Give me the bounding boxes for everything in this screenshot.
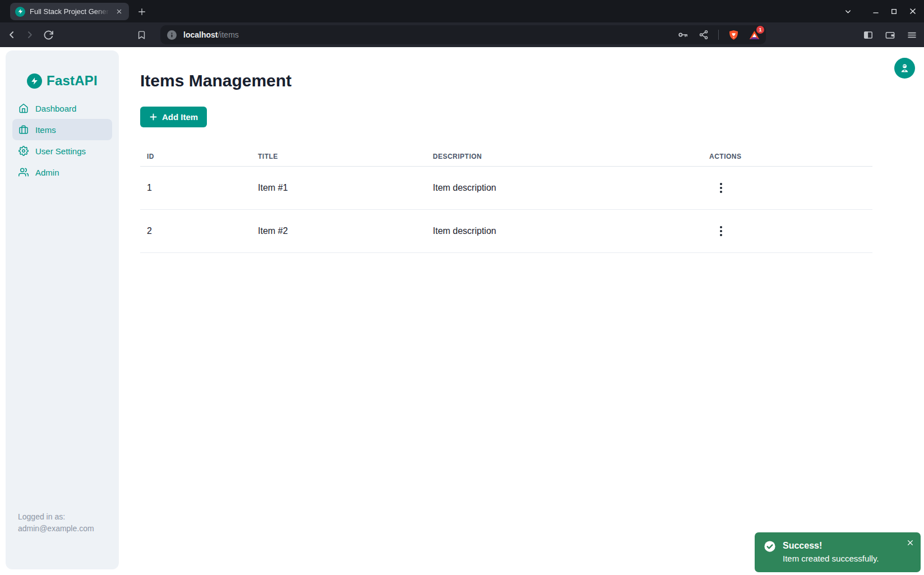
url-text: localhost/items (183, 30, 239, 39)
tab-close-icon[interactable] (114, 7, 124, 17)
column-header-actions: ACTIONS (703, 148, 872, 167)
brand-name: FastAPI (47, 73, 98, 89)
cell-description: Item description (426, 167, 703, 210)
new-tab-button[interactable] (135, 5, 149, 19)
home-icon (19, 103, 29, 113)
cell-id: 2 (140, 210, 251, 253)
sidebar-item-dashboard[interactable]: Dashboard (12, 98, 112, 119)
sidebar-item-label: Admin (35, 168, 59, 177)
back-icon[interactable] (5, 28, 19, 42)
items-table-head: ID TITLE DESCRIPTION ACTIONS (140, 148, 872, 167)
success-toast: Success! Item created successfully. (755, 532, 921, 572)
column-header-title: TITLE (251, 148, 426, 167)
page-title: Items Management (140, 72, 872, 90)
items-table: ID TITLE DESCRIPTION ACTIONS 1 Item #1 I… (140, 148, 872, 253)
add-item-label: Add Item (162, 112, 198, 122)
toolbar-divider (718, 30, 719, 40)
items-content: Items Management Add Item ID TITLE DESCR… (140, 47, 872, 253)
menu-hamburger-icon[interactable] (905, 28, 918, 42)
table-row: 2 Item #2 Item description (140, 210, 872, 253)
app-page: FastAPI Dashboard Items User Settings Ad… (0, 47, 924, 575)
row-actions-kebab-icon[interactable] (714, 181, 728, 195)
add-item-button[interactable]: Add Item (140, 107, 207, 127)
sidebar-item-admin[interactable]: Admin (12, 162, 112, 183)
column-header-id: ID (140, 148, 251, 167)
logged-in-label: Logged in as: (18, 511, 94, 523)
url-host: localhost (183, 30, 218, 39)
column-header-description: DESCRIPTION (426, 148, 703, 167)
browser-tab-bar: Full Stack Project Genera (0, 0, 924, 22)
forward-icon[interactable] (23, 28, 36, 42)
gear-icon (19, 146, 29, 156)
cell-title: Item #1 (251, 167, 426, 210)
fastapi-favicon-lightning-icon (15, 7, 25, 17)
fastapi-logo: FastAPI (6, 73, 119, 89)
row-actions-kebab-icon[interactable] (714, 224, 728, 238)
cell-description: Item description (426, 210, 703, 253)
cell-actions (703, 167, 872, 210)
sidebar-nav: Dashboard Items User Settings Admin (12, 98, 112, 183)
browser-toolbar: localhost/items 1 (0, 22, 924, 47)
items-table-body: 1 Item #1 Item description 2 Item #2 Ite… (140, 167, 872, 253)
cell-title: Item #2 (251, 210, 426, 253)
sidebar-item-label: Items (35, 125, 56, 135)
browser-tab[interactable]: Full Stack Project Genera (10, 3, 129, 20)
plus-icon (149, 113, 158, 121)
bookmark-icon[interactable] (135, 28, 148, 42)
sidebar-item-label: User Settings (35, 146, 86, 156)
rewards-badge: 1 (756, 26, 764, 34)
window-controls (839, 0, 922, 22)
toast-text: Success! Item created successfully. (783, 540, 879, 565)
sidebar-item-label: Dashboard (35, 104, 76, 113)
wallet-icon[interactable] (883, 28, 897, 42)
site-info-icon[interactable] (167, 30, 177, 40)
sidebar-item-user-settings[interactable]: User Settings (12, 140, 112, 162)
user-astronaut-icon (899, 62, 911, 74)
brave-shield-icon[interactable] (727, 29, 740, 41)
reload-icon[interactable] (41, 28, 55, 42)
toast-close-icon[interactable] (905, 537, 915, 548)
tab-search-chevron-icon[interactable] (839, 0, 857, 22)
password-key-icon[interactable] (677, 29, 689, 41)
logged-in-email: admin@example.com (18, 523, 94, 535)
toast-title: Success! (783, 540, 879, 552)
briefcase-icon (19, 125, 29, 135)
user-menu-avatar-button[interactable] (894, 58, 915, 79)
cell-actions (703, 210, 872, 253)
toast-message: Item created successfully. (783, 552, 879, 565)
header-row: ID TITLE DESCRIPTION ACTIONS (140, 148, 872, 167)
table-row: 1 Item #1 Item description (140, 167, 872, 210)
sidebar: FastAPI Dashboard Items User Settings Ad… (6, 50, 119, 569)
window-close-icon[interactable] (903, 0, 922, 22)
url-path: /items (218, 30, 238, 39)
toolbar-right-group (861, 28, 918, 42)
logged-in-info: Logged in as: admin@example.com (18, 511, 94, 535)
url-bar[interactable]: localhost/items 1 (160, 25, 766, 44)
window-minimize-icon[interactable] (866, 0, 885, 22)
share-icon[interactable] (697, 29, 710, 41)
window-maximize-icon[interactable] (885, 0, 903, 22)
check-circle-icon (764, 540, 776, 553)
side-panel-icon[interactable] (861, 28, 875, 42)
cell-id: 1 (140, 167, 251, 210)
tab-title: Full Stack Project Genera (30, 7, 109, 16)
lightning-icon (27, 73, 42, 89)
sidebar-item-items[interactable]: Items (12, 119, 112, 140)
users-icon (19, 167, 29, 177)
